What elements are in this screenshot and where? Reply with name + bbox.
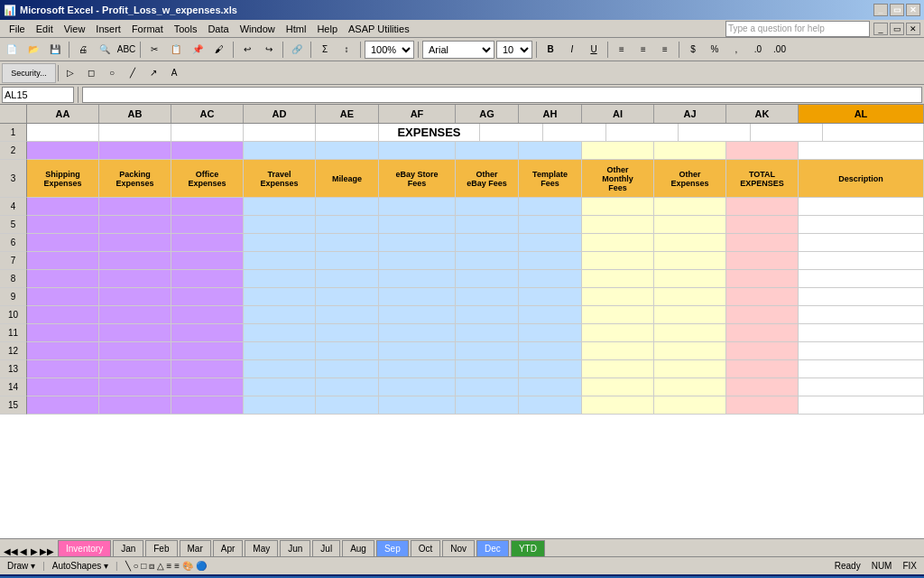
cell-AE11[interactable] xyxy=(316,324,379,342)
menu-tools[interactable]: Tools xyxy=(169,22,203,36)
cell-AF2[interactable] xyxy=(379,142,456,160)
cell-AJ7[interactable] xyxy=(654,252,726,270)
cell-AB13[interactable] xyxy=(99,360,171,378)
tab-sep[interactable]: Sep xyxy=(376,540,409,556)
cell-AD15[interactable] xyxy=(244,396,316,415)
cell-AI2[interactable] xyxy=(582,142,654,160)
tab-jul[interactable]: Jul xyxy=(312,540,340,556)
cell-AK8[interactable] xyxy=(726,270,799,288)
tab-nov[interactable]: Nov xyxy=(442,540,475,556)
menu-data[interactable]: Data xyxy=(202,22,234,36)
cell-AJ15[interactable] xyxy=(654,396,726,415)
close-button[interactable]: ✕ xyxy=(906,4,920,16)
cell-AJ2[interactable] xyxy=(654,142,726,160)
cell-AI3-monthly[interactable]: OtherMonthlyFees xyxy=(582,160,654,198)
app-minimize-button[interactable]: _ xyxy=(873,23,888,35)
cell-AB9[interactable] xyxy=(99,288,171,306)
underline-button[interactable]: U xyxy=(584,40,604,60)
cell-AL3-desc[interactable]: Description xyxy=(799,160,924,198)
cell-AC4[interactable] xyxy=(171,198,244,216)
cell-AI10[interactable] xyxy=(582,306,654,324)
cell-AJ12[interactable] xyxy=(654,342,726,360)
cell-AA8[interactable] xyxy=(27,270,99,288)
cell-AH15[interactable] xyxy=(519,396,582,415)
cell-AI15[interactable] xyxy=(582,396,654,415)
cell-AB6[interactable] xyxy=(99,234,171,252)
hyperlink-button[interactable]: 🔗 xyxy=(287,40,307,60)
cell-AJ5[interactable] xyxy=(654,216,726,234)
cell-AE12[interactable] xyxy=(316,342,379,360)
cell-AG5[interactable] xyxy=(456,216,519,234)
col-header-AI[interactable]: AI xyxy=(582,105,654,123)
format-painter-button[interactable]: 🖌 xyxy=(209,40,229,60)
comma-button[interactable]: , xyxy=(726,40,746,60)
cell-AH12[interactable] xyxy=(519,342,582,360)
cell-AA3-shipping[interactable]: ShippingExpenses xyxy=(27,160,99,198)
col-header-AE[interactable]: AE xyxy=(316,105,379,123)
align-left-button[interactable]: ≡ xyxy=(612,40,632,60)
draw-btn-2[interactable]: ◻ xyxy=(81,63,101,83)
tab-aug[interactable]: Aug xyxy=(342,540,374,556)
cell-AL13[interactable] xyxy=(799,360,924,378)
cell-AD5[interactable] xyxy=(244,216,316,234)
cell-AD12[interactable] xyxy=(244,342,316,360)
cell-AH11[interactable] xyxy=(519,324,582,342)
cell-AB10[interactable] xyxy=(99,306,171,324)
cell-AD13[interactable] xyxy=(244,360,316,378)
cell-AC5[interactable] xyxy=(171,216,244,234)
cell-AL8[interactable] xyxy=(799,270,924,288)
col-header-AH[interactable]: AH xyxy=(519,105,582,123)
col-header-AK[interactable]: AK xyxy=(726,105,799,123)
cell-AG10[interactable] xyxy=(456,306,519,324)
redo-button[interactable]: ↪ xyxy=(259,40,279,60)
cell-AB3-packing[interactable]: PackingExpenses xyxy=(99,160,171,198)
cell-AE5[interactable] xyxy=(316,216,379,234)
col-header-AG[interactable]: AG xyxy=(456,105,519,123)
cell-AE1[interactable] xyxy=(316,124,379,142)
cell-AK6[interactable] xyxy=(726,234,799,252)
cell-AJ8[interactable] xyxy=(654,270,726,288)
tab-nav-next[interactable]: ▶ xyxy=(31,546,38,556)
italic-button[interactable]: I xyxy=(562,40,582,60)
cell-AK14[interactable] xyxy=(726,378,799,396)
cell-AF6[interactable] xyxy=(379,234,456,252)
cell-AL1[interactable] xyxy=(823,124,924,142)
cell-AI9[interactable] xyxy=(582,288,654,306)
cell-AK1[interactable] xyxy=(751,124,823,142)
col-header-AD[interactable]: AD xyxy=(244,105,316,123)
cell-AG8[interactable] xyxy=(456,270,519,288)
font-select[interactable]: Arial xyxy=(422,41,494,59)
cell-AH10[interactable] xyxy=(519,306,582,324)
cell-AD7[interactable] xyxy=(244,252,316,270)
cell-AE10[interactable] xyxy=(316,306,379,324)
cell-AB11[interactable] xyxy=(99,324,171,342)
cell-AL14[interactable] xyxy=(799,378,924,396)
cell-AK5[interactable] xyxy=(726,216,799,234)
cell-AK11[interactable] xyxy=(726,324,799,342)
cell-AD14[interactable] xyxy=(244,378,316,396)
tab-nav-first[interactable]: ◀◀ xyxy=(4,546,18,556)
ask-question-box[interactable]: Type a question for help xyxy=(725,21,870,37)
sort-asc-button[interactable]: ↕ xyxy=(337,40,356,60)
cell-AK15[interactable] xyxy=(726,396,799,415)
cell-AI14[interactable] xyxy=(582,378,654,396)
cell-AL7[interactable] xyxy=(799,252,924,270)
cell-AJ1[interactable] xyxy=(679,124,751,142)
cell-AG13[interactable] xyxy=(456,360,519,378)
cell-AD10[interactable] xyxy=(244,306,316,324)
cell-AH13[interactable] xyxy=(519,360,582,378)
cell-AL15[interactable] xyxy=(799,396,924,415)
draw-btn-1[interactable]: ▷ xyxy=(60,63,80,83)
cell-AG15[interactable] xyxy=(456,396,519,415)
draw-btn-6[interactable]: A xyxy=(164,63,184,83)
cell-AJ11[interactable] xyxy=(654,324,726,342)
cell-AG7[interactable] xyxy=(456,252,519,270)
draw-btn-5[interactable]: ↗ xyxy=(143,63,163,83)
autosum-button[interactable]: Σ xyxy=(315,40,335,60)
cell-AB4[interactable] xyxy=(99,198,171,216)
tab-feb[interactable]: Feb xyxy=(145,540,177,556)
tab-oct[interactable]: Oct xyxy=(411,540,441,556)
formula-input[interactable] xyxy=(82,87,922,103)
cell-AE14[interactable] xyxy=(316,378,379,396)
cell-AA6[interactable] xyxy=(27,234,99,252)
